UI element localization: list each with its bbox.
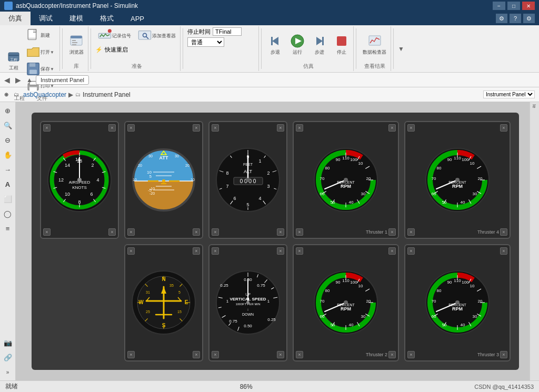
menu-app[interactable]: APP xyxy=(122,12,153,25)
att-tl-x[interactable]: × xyxy=(127,124,135,132)
left-btn-more[interactable]: » xyxy=(2,366,14,378)
alt-tr-x[interactable]: × xyxy=(277,124,284,132)
thruster3-label: Thruster 3 xyxy=(477,352,499,357)
gauge-bl-x[interactable]: × xyxy=(43,228,51,236)
menu-format[interactable]: 格式 xyxy=(92,12,122,25)
save-button[interactable]: 保存 ▼ xyxy=(24,61,56,77)
sim-mode-select[interactable]: 普通 加速 xyxy=(187,37,224,47)
maximize-button[interactable]: □ xyxy=(507,2,520,10)
record-signal-button[interactable]: 记录信号 xyxy=(95,27,133,44)
left-btn-screenshot[interactable]: 📷 xyxy=(2,336,14,349)
left-btn-shape[interactable]: ◯ xyxy=(2,207,14,220)
gauge-tr-x[interactable]: × xyxy=(108,124,116,132)
run-button[interactable]: 运行 xyxy=(288,33,307,57)
stop-button[interactable]: 停止 xyxy=(332,33,351,57)
library-browser-button[interactable]: 浏览器 xyxy=(67,33,86,57)
step-back-button[interactable]: 步退 xyxy=(266,33,285,57)
t2-tr-x[interactable]: × xyxy=(388,247,396,255)
canvas-area[interactable]: × × × × xyxy=(16,102,530,380)
breadcrumb-dropdown[interactable]: Instrument Panel xyxy=(483,91,535,98)
alt-bl-x[interactable]: × xyxy=(212,228,219,236)
svg-point-107 xyxy=(246,178,250,182)
project-button[interactable]: 工程 工程 xyxy=(4,48,23,73)
new-button[interactable]: 新建 xyxy=(24,27,56,43)
att-bl-x[interactable]: × xyxy=(127,228,135,236)
t1-bl-x[interactable]: × xyxy=(296,228,303,236)
svg-text:10: 10 xyxy=(191,178,195,182)
toolbar-collapse-button[interactable]: ▼ xyxy=(398,45,404,53)
nav-up-button[interactable]: ▲ xyxy=(24,76,35,84)
left-btn-add[interactable]: ⊕ xyxy=(2,104,14,117)
stop-time-input[interactable] xyxy=(213,27,242,36)
menu-model[interactable]: 建模 xyxy=(61,12,92,25)
t3-br-x[interactable]: × xyxy=(500,351,507,358)
svg-text:30: 30 xyxy=(361,314,366,319)
airspeed-svg: 18 2 4 6 8 10 12 14 16 AIRSPEED KNOTS xyxy=(45,146,114,214)
left-btn-connect[interactable]: 🔗 xyxy=(2,351,14,364)
thruster2-rpm-gauge: × × × × xyxy=(293,244,399,362)
t1-tr-x[interactable]: × xyxy=(388,124,396,132)
t3-bl-x[interactable]: × xyxy=(407,351,415,358)
close-button[interactable]: ✕ xyxy=(522,2,535,10)
t4-bl-x[interactable]: × xyxy=(407,228,415,236)
svg-text:0.75: 0.75 xyxy=(257,283,265,288)
menu-debug[interactable]: 调试 xyxy=(31,12,61,25)
alt-tl-x[interactable]: × xyxy=(212,124,219,132)
alt-br-x[interactable]: × xyxy=(277,228,284,236)
svg-text:90: 90 xyxy=(336,280,341,285)
svg-text:40: 40 xyxy=(349,200,354,205)
add-viewer-button[interactable]: 添加查看器 xyxy=(135,27,178,44)
t3-tl-x[interactable]: × xyxy=(407,247,415,255)
hdg-tl-x[interactable]: × xyxy=(127,247,135,255)
svg-point-159 xyxy=(455,178,460,182)
hdg-tr-x[interactable]: × xyxy=(193,247,200,255)
svg-rect-15 xyxy=(72,44,76,45)
thruster2-label: Thruster 2 xyxy=(366,352,387,357)
t1-tl-x[interactable]: × xyxy=(296,124,303,132)
t2-bl-x[interactable]: × xyxy=(296,351,303,358)
help-button[interactable]: ? xyxy=(510,14,521,23)
left-btn-arrow[interactable]: → xyxy=(2,163,14,176)
gauge-tl-x[interactable]: × xyxy=(43,124,51,132)
left-btn-pan[interactable]: ✋ xyxy=(2,148,14,161)
step-forward-button[interactable]: 步进 xyxy=(310,33,329,57)
svg-text:5: 5 xyxy=(178,290,181,294)
svg-text:100: 100 xyxy=(462,157,469,162)
t2-br-x[interactable]: × xyxy=(388,351,396,358)
toolbar-options-button[interactable]: ⚙ xyxy=(496,14,507,23)
t1-br-x[interactable]: × xyxy=(388,228,396,236)
t4-tr-x[interactable]: × xyxy=(500,124,507,132)
vs-tl-x[interactable]: × xyxy=(212,247,219,255)
svg-text:40: 40 xyxy=(349,323,354,327)
svg-text:50: 50 xyxy=(331,200,335,205)
settings-button[interactable]: ⚙ xyxy=(523,14,535,23)
left-btn-zoom-out[interactable]: ⊖ xyxy=(2,134,14,146)
data-inspector-button[interactable]: 数据检查器 xyxy=(361,33,388,57)
vs-bl-x[interactable]: × xyxy=(212,351,219,358)
t2-tl-x[interactable]: × xyxy=(296,247,303,255)
minimize-button[interactable]: − xyxy=(493,2,505,10)
open-button[interactable]: 打开 ▼ xyxy=(24,44,56,60)
left-btn-text[interactable]: A xyxy=(2,178,14,190)
svg-text:5: 5 xyxy=(149,174,152,179)
hdg-br-x[interactable]: × xyxy=(193,351,200,358)
t4-tl-x[interactable]: × xyxy=(407,124,415,132)
nav-back-button[interactable]: ◀ xyxy=(2,76,12,84)
t3-tr-x[interactable]: × xyxy=(500,247,507,255)
vs-tr-x[interactable]: × xyxy=(277,247,284,255)
left-btn-lines[interactable]: ≡ xyxy=(2,222,14,235)
gauge-br-x[interactable]: × xyxy=(108,228,116,236)
att-tr-x[interactable]: × xyxy=(193,124,200,132)
nav-forward-button[interactable]: ▶ xyxy=(13,76,23,84)
tab-instrument-panel[interactable]: Instrument Panel xyxy=(36,75,89,85)
att-br-x[interactable]: × xyxy=(193,228,200,236)
t4-br-x[interactable]: × xyxy=(500,228,507,236)
vs-br-x[interactable]: × xyxy=(277,351,284,358)
left-btn-box[interactable]: ⬜ xyxy=(2,193,14,205)
menu-simulation[interactable]: 仿真 xyxy=(0,12,31,25)
svg-text:100: 100 xyxy=(350,280,357,285)
left-btn-zoom-in[interactable]: 🔍 xyxy=(2,119,14,132)
hdg-bl-x[interactable]: × xyxy=(127,351,135,358)
breadcrumb-path: asbQuadcopter ▶ 🗂 Instrument Panel xyxy=(23,91,131,98)
breadcrumb-parent[interactable]: asbQuadcopter xyxy=(23,91,66,98)
